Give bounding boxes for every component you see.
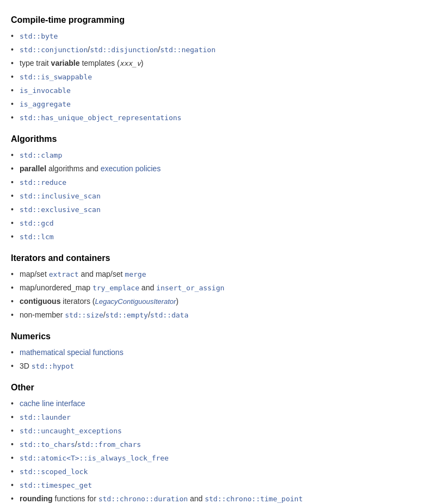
- bold-text: parallel: [20, 164, 46, 173]
- list-item: std::uncaught_exceptions: [11, 424, 413, 438]
- list-compile-time: std::bytestd::conjunction/std::disjuncti…: [11, 29, 413, 125]
- plain-text: map/unordered_map: [20, 283, 93, 292]
- code-link[interactable]: std::negation: [160, 46, 216, 54]
- text-link[interactable]: execution policies: [101, 164, 161, 173]
- bold-text: contiguous: [20, 297, 60, 306]
- plain-text: map/set: [20, 270, 49, 278]
- list-item: std::to_chars/std::from_chars: [11, 438, 413, 451]
- list-item: contiguous iterators (LegacyContiguousIt…: [11, 295, 413, 308]
- bold-text: variable: [51, 59, 80, 67]
- list-item: rounding functions for std::chrono::dura…: [11, 492, 413, 504]
- plain-text: ): [176, 297, 179, 306]
- heading-iterators-containers: Iterators and containers: [11, 253, 413, 263]
- list-item: std::timespec_get: [11, 478, 413, 492]
- list-item: std::launder: [11, 410, 413, 424]
- code-link[interactable]: std::empty: [106, 311, 148, 319]
- code-link[interactable]: insert_or_assign: [156, 284, 224, 292]
- list-item: std::has_unique_object_representations: [11, 111, 413, 125]
- heading-numerics: Numerics: [11, 332, 413, 341]
- code-link[interactable]: std::byte: [20, 32, 58, 40]
- plain-text: functions for: [53, 494, 99, 503]
- code-link[interactable]: std::clamp: [20, 151, 62, 159]
- bold-text: rounding: [20, 494, 53, 503]
- italic-code: xxx_v: [120, 59, 141, 67]
- list-item: non-member std::size/std::empty/std::dat…: [11, 308, 413, 322]
- code-link[interactable]: std::hypot: [32, 362, 74, 370]
- list-algorithms: std::clampparallel algorithms and execut…: [11, 148, 413, 244]
- code-link[interactable]: std::chrono::duration: [99, 495, 188, 503]
- code-link[interactable]: std::to_chars: [20, 440, 75, 449]
- italic-link[interactable]: LegacyContiguousIterator: [95, 297, 176, 306]
- code-link[interactable]: std::conjunction: [20, 46, 88, 54]
- code-link[interactable]: std::size: [65, 311, 103, 319]
- plain-text: and map/set: [79, 270, 125, 278]
- heading-algorithms: Algorithms: [11, 134, 413, 144]
- code-link[interactable]: std::reduce: [20, 178, 66, 186]
- plain-text: and: [188, 494, 205, 503]
- plain-text: type trait: [20, 59, 51, 67]
- list-item: std::reduce: [11, 176, 413, 189]
- heading-compile-time: Compile-time programming: [11, 15, 413, 25]
- plain-text: iterators (: [60, 297, 95, 306]
- list-item: type trait variable templates (xxx_v): [11, 57, 413, 70]
- plain-text: algorithms and: [46, 164, 101, 173]
- list-item: map/set extract and map/set merge: [11, 267, 413, 281]
- list-item: std::lcm: [11, 230, 413, 244]
- list-item: is_invocable: [11, 84, 413, 97]
- list-item: map/unordered_map try_emplace and insert…: [11, 281, 413, 295]
- code-link[interactable]: std::has_unique_object_representations: [20, 114, 181, 122]
- code-link[interactable]: std::uncaught_exceptions: [20, 427, 122, 435]
- code-link[interactable]: std::launder: [20, 413, 71, 421]
- plain-text: non-member: [20, 310, 65, 319]
- list-item: std::is_swappable: [11, 70, 413, 84]
- code-link[interactable]: std::exclusive_scan: [20, 206, 101, 214]
- code-link[interactable]: std::gcd: [20, 219, 54, 227]
- list-item: std::inclusive_scan: [11, 189, 413, 203]
- code-link[interactable]: std::atomic<T>::is_always_lock_free: [20, 454, 169, 462]
- plain-text: 3D: [20, 362, 32, 370]
- plain-text: ): [141, 59, 144, 67]
- code-link[interactable]: std::inclusive_scan: [20, 192, 101, 200]
- list-numerics: mathematical special functions3D std::hy…: [11, 346, 413, 373]
- list-item: std::gcd: [11, 216, 413, 230]
- list-item: is_aggregate: [11, 97, 413, 111]
- code-link[interactable]: std::disjunction: [90, 46, 158, 54]
- code-link[interactable]: std::chrono::time_point: [205, 495, 303, 503]
- code-link[interactable]: merge: [125, 270, 146, 278]
- code-link[interactable]: std::scoped_lock: [20, 468, 88, 476]
- list-item: cache line interface: [11, 397, 413, 410]
- list-item: 3D std::hypot: [11, 359, 413, 373]
- list-item: std::atomic<T>::is_always_lock_free: [11, 451, 413, 465]
- list-item: std::clamp: [11, 148, 413, 162]
- list-item: parallel algorithms and execution polici…: [11, 162, 413, 176]
- code-link[interactable]: std::data: [150, 311, 188, 319]
- code-link[interactable]: std::lcm: [20, 233, 54, 241]
- list-item: std::byte: [11, 29, 413, 43]
- plain-text: and: [139, 283, 156, 292]
- list-other: cache line interfacestd::launderstd::unc…: [11, 397, 413, 504]
- list-item: std::scoped_lock: [11, 465, 413, 478]
- code-link[interactable]: std::is_swappable: [20, 73, 92, 81]
- list-item: mathematical special functions: [11, 346, 413, 359]
- text-link[interactable]: cache line interface: [20, 399, 85, 408]
- code-link[interactable]: is_invocable: [20, 86, 71, 95]
- code-link[interactable]: std::timespec_get: [20, 481, 92, 489]
- list-item: std::conjunction/std::disjunction/std::n…: [11, 43, 413, 57]
- heading-other: Other: [11, 383, 413, 393]
- main-content: Compile-time programmingstd::bytestd::co…: [11, 15, 413, 504]
- code-link[interactable]: is_aggregate: [20, 100, 71, 108]
- code-link[interactable]: try_emplace: [93, 284, 139, 292]
- code-link[interactable]: std::from_chars: [77, 440, 141, 449]
- code-link[interactable]: extract: [49, 270, 79, 278]
- text-link[interactable]: mathematical special functions: [20, 348, 124, 357]
- list-item: std::exclusive_scan: [11, 203, 413, 216]
- list-iterators-containers: map/set extract and map/set mergemap/uno…: [11, 267, 413, 322]
- plain-text: templates (: [80, 59, 120, 67]
